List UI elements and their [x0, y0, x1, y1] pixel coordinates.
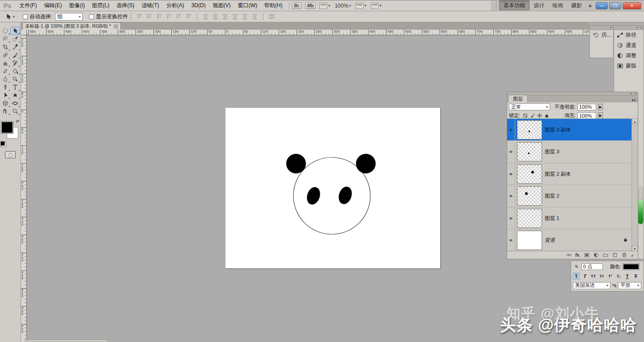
layer-row-4[interactable]: 图层 2 — [507, 186, 631, 207]
layer-name[interactable]: 背景 — [545, 237, 555, 244]
layer-thumbnail[interactable] — [517, 142, 542, 161]
lasso-tool[interactable] — [0, 35, 10, 43]
workspace-photography[interactable]: 摄影 — [567, 1, 586, 10]
menu-select[interactable]: 选择(S) — [113, 1, 138, 10]
faux-bold-button[interactable]: T — [573, 273, 580, 279]
quick-selection-tool[interactable] — [10, 35, 20, 43]
window-close-button[interactable]: ✕ — [623, 2, 641, 9]
zoom-level-dropdown[interactable]: 100%▾ — [335, 3, 351, 9]
arrange-documents-button[interactable]: ▾ — [356, 3, 366, 9]
distribute-horizontal-centers-button[interactable] — [241, 13, 249, 20]
workspace-basic-functions[interactable]: 基本功能 — [499, 0, 530, 10]
workspace-overflow-chevron[interactable]: » — [589, 3, 592, 9]
workspace-painting[interactable]: 绘画 — [548, 1, 567, 10]
dock-expand-chevron[interactable]: » — [610, 26, 612, 30]
layer-row-3[interactable]: 图层 2 副本 — [507, 163, 631, 185]
menu-edit[interactable]: 编辑(E) — [40, 1, 65, 10]
elliptical-marquee-tool[interactable] — [0, 27, 10, 35]
layer-visibility-eye-icon[interactable] — [507, 186, 515, 207]
eyedropper-tool[interactable] — [10, 43, 20, 51]
anti-alias-dropdown[interactable]: 平滑▾ — [618, 282, 641, 289]
opacity-slider-arrow[interactable]: ▶ — [598, 104, 603, 110]
opacity-value[interactable]: 100% — [577, 104, 596, 110]
move-tool[interactable] — [10, 27, 20, 35]
layer-visibility-eye-icon[interactable] — [507, 163, 515, 185]
clone-stamp-tool[interactable] — [0, 59, 10, 67]
show-transform-controls-checkbox[interactable] — [89, 14, 94, 19]
ruler-origin-corner[interactable] — [21, 30, 27, 35]
menu-window[interactable]: 窗口(W) — [234, 1, 261, 10]
layer-thumbnail[interactable] — [517, 209, 542, 228]
panel-collapse-icon[interactable]: « — [630, 92, 632, 95]
small-caps-button[interactable]: Tᴛ — [598, 273, 605, 279]
add-layer-mask-button[interactable] — [584, 252, 590, 258]
panel-menu-icon[interactable]: ▾≡ — [630, 98, 638, 102]
foreground-color-swatch[interactable] — [1, 122, 13, 133]
new-layer-button[interactable] — [612, 252, 618, 258]
fill-value[interactable]: 100% — [577, 112, 596, 119]
auto-select-checkbox[interactable] — [23, 14, 28, 19]
align-left-edges-button[interactable] — [165, 13, 173, 20]
layer-visibility-eye-icon[interactable] — [507, 141, 515, 163]
align-top-edges-button[interactable] — [136, 13, 143, 20]
vertical-ruler[interactable]: 2 0 01 5 01 0 05 005 01 0 01 5 02 0 02 5… — [21, 35, 27, 342]
menu-view[interactable]: 视图(V) — [209, 1, 234, 10]
eraser-tool[interactable] — [0, 67, 10, 75]
layer-row-5[interactable]: 图层 1 — [507, 207, 631, 229]
subscript-button[interactable]: T₁ — [615, 273, 622, 279]
fill-slider-arrow[interactable]: ▶ — [598, 112, 603, 119]
path-selection-tool[interactable] — [0, 91, 10, 99]
delete-layer-button[interactable] — [621, 252, 627, 258]
panel-button-masks[interactable]: 蒙版 — [614, 61, 644, 71]
blur-tool[interactable] — [0, 75, 10, 83]
layer-name[interactable]: 图层 3 副本 — [545, 127, 571, 133]
layers-scrollbar[interactable]: ▲ ▼ — [631, 118, 638, 251]
panel-button-paths[interactable]: 路径 — [614, 30, 644, 40]
layer-visibility-eye-icon[interactable] — [507, 230, 515, 251]
align-vertical-centers-button[interactable] — [145, 13, 153, 20]
lock-transparent-pixels-button[interactable] — [522, 113, 529, 119]
workspace-design[interactable]: 设计 — [530, 1, 548, 10]
layer-name[interactable]: 图层 1 — [545, 215, 559, 222]
menu-analysis[interactable]: 分析(A) — [163, 1, 188, 10]
window-restore-button[interactable]: ❐ — [609, 2, 621, 9]
distribute-vertical-centers-button[interactable] — [212, 13, 219, 20]
layers-panel-tab[interactable]: 图层 — [508, 95, 528, 102]
panel-resize-grip[interactable]: ◢ — [631, 253, 633, 257]
menu-help[interactable]: 帮助(H) — [261, 1, 286, 10]
type-tool[interactable] — [10, 83, 20, 91]
horizontal-scrollbar[interactable] — [25, 340, 107, 342]
crop-tool[interactable] — [0, 43, 10, 51]
panel-button-history[interactable]: 历... — [590, 30, 613, 40]
panel-button-channels[interactable]: 通道 — [614, 40, 644, 51]
default-colors-icon[interactable] — [0, 141, 5, 146]
align-right-edges-button[interactable] — [185, 13, 192, 20]
horizontal-ruler[interactable]: 5505004504003503002502001501005005010015… — [27, 30, 589, 35]
layer-thumbnail[interactable] — [517, 231, 542, 250]
document-canvas[interactable] — [225, 107, 441, 269]
brush-tool[interactable] — [10, 51, 20, 59]
layer-row-2[interactable]: 图层 3 — [507, 141, 631, 163]
strikethrough-button[interactable]: T — [632, 273, 639, 279]
layer-thumbnail[interactable] — [517, 186, 542, 206]
window-minimize-button[interactable]: — — [596, 2, 608, 9]
panel-button-adjustments[interactable]: 调整 — [614, 51, 644, 61]
new-group-button[interactable] — [602, 252, 609, 258]
language-dropdown[interactable]: 美国英语▾ — [573, 282, 610, 289]
custom-shape-tool[interactable] — [10, 91, 20, 99]
layer-row-6[interactable]: 背景 — [507, 230, 631, 252]
scroll-up-icon[interactable]: ▲ — [632, 118, 638, 124]
distribute-right-edges-button[interactable] — [251, 13, 258, 20]
rotate-3d-tool[interactable] — [0, 99, 10, 107]
history-brush-tool[interactable] — [10, 59, 20, 67]
underline-button[interactable]: T — [624, 273, 631, 279]
swap-colors-icon[interactable]: ⇄ — [16, 119, 19, 123]
distribute-top-edges-button[interactable] — [202, 13, 209, 20]
dodge-tool[interactable] — [10, 75, 20, 83]
document-tab-close-icon[interactable]: × — [114, 24, 118, 29]
screen-mode-button[interactable]: ▾ — [371, 3, 381, 9]
lock-image-pixels-button[interactable] — [529, 113, 536, 119]
align-bottom-edges-button[interactable] — [155, 13, 163, 20]
paint-bucket-tool[interactable] — [10, 67, 20, 75]
panel-close-icon[interactable]: × — [634, 92, 636, 95]
